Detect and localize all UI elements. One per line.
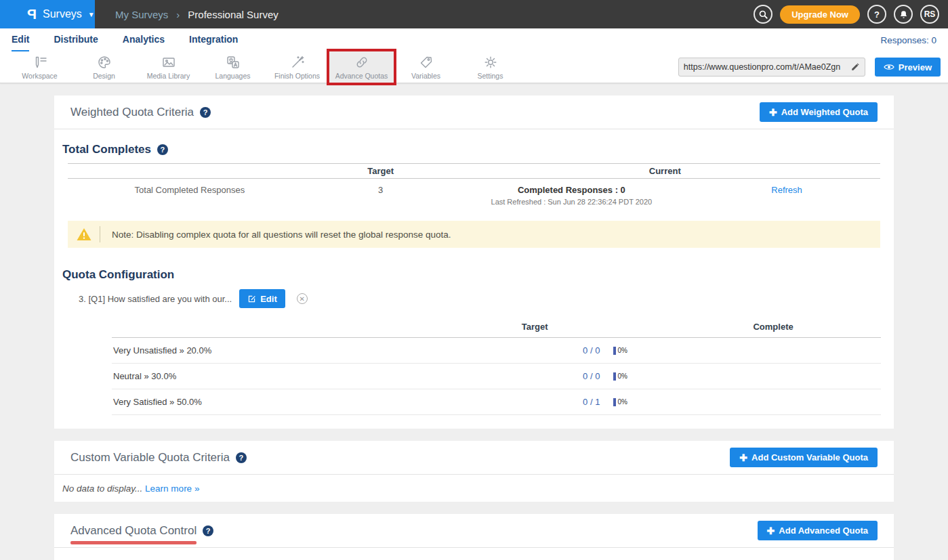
advanced-quota-control-title-text: Advanced Quota Control [70, 524, 197, 538]
help-icon[interactable]: ? [157, 144, 168, 155]
image-icon [161, 54, 177, 70]
toolbar-item-label: Variables [411, 72, 440, 80]
breadcrumb-separator-icon: › [176, 9, 180, 20]
help-icon[interactable]: ? [200, 107, 211, 118]
percent-value: 0% [617, 398, 627, 406]
toolbar-item-media-library[interactable]: Media Library [136, 51, 201, 83]
add-custom-variable-quota-label: Add Custom Variable Quota [751, 452, 868, 462]
toolbar-item-variables[interactable]: Variables [394, 51, 458, 83]
last-refreshed-timestamp: Last Refreshed : Sun Jun 28 22:36:24 PDT… [450, 198, 694, 206]
toolbar-item-label: Settings [478, 72, 503, 80]
toolbar-item-finish-options[interactable]: Finish Options [265, 51, 329, 83]
help-icon[interactable]: ? [236, 452, 247, 463]
bell-icon [899, 9, 909, 20]
questionpro-logo-icon: P [27, 6, 37, 22]
total-completes-table: Target Current Total Completed Responses… [68, 163, 880, 210]
percent-cell: 0% [604, 398, 665, 406]
percent-value: 0% [617, 372, 627, 380]
toolbar-item-settings[interactable]: Settings [458, 51, 522, 83]
edit-question-button[interactable]: Edit [239, 289, 285, 308]
avatar-initials: RS [924, 9, 936, 19]
chain-link-icon [354, 54, 370, 70]
note-text: Note: Disabling complex quota for all qu… [112, 230, 451, 240]
target-column-header: Target [312, 166, 450, 176]
search-icon [758, 9, 768, 20]
progress-bar [613, 347, 616, 355]
add-weighted-quota-label: Add Weighted Quota [781, 107, 868, 117]
total-completes-header-row: Target Current [68, 163, 880, 179]
toolbar-item-label: Advance Quotas [335, 72, 388, 80]
preview-button-label: Preview [899, 62, 932, 72]
toolbar-item-label: Workspace [22, 72, 57, 80]
refresh-link[interactable]: Refresh [771, 185, 802, 195]
help-button[interactable]: ? [867, 5, 886, 24]
survey-url-field-wrap [678, 58, 865, 77]
remove-quota-icon[interactable]: ✕ [297, 293, 308, 304]
quota-configuration-table: Target Complete Very Unsatisfied » 20.0%… [112, 318, 881, 415]
question-label: 3. [Q1] How satisfied are you with our..… [79, 294, 232, 304]
toolbar-item-label: Media Library [147, 72, 190, 80]
answer-option-label: Neutral » 30.0% [112, 371, 466, 381]
percent-cell: 0% [604, 372, 665, 381]
tab-distribute[interactable]: Distribute [54, 28, 98, 51]
quota-question-row: 3. [Q1] How satisfied are you with our..… [79, 289, 886, 308]
toolbar-item-languages[interactable]: Languages [201, 51, 265, 83]
primary-tabs: Edit Distribute Analytics Integration Re… [0, 28, 948, 51]
question-mark-icon: ? [874, 9, 880, 20]
tab-edit[interactable]: Edit [12, 28, 29, 51]
answer-option-label: Very Satisfied » 50.0% [112, 397, 466, 407]
edit-toolbar: Workspace Design Media Library Languages… [0, 51, 948, 83]
search-button[interactable] [754, 5, 772, 24]
workspace-icon [32, 54, 48, 70]
surveys-product-menu[interactable]: P Surveys ▼ [0, 0, 95, 28]
topbar: P Surveys ▼ My Surveys › Professional Su… [0, 0, 948, 28]
target-fraction: 0 / 1 [466, 397, 604, 407]
add-custom-variable-quota-button[interactable]: ✚ Add Custom Variable Quota [730, 448, 878, 467]
responses-count: Responses: 0 [880, 35, 936, 45]
target-fraction: 0 / 0 [466, 345, 604, 356]
progress-bar [613, 372, 616, 381]
total-completes-heading-text: Total Completes [62, 143, 151, 156]
plus-icon: ✚ [769, 107, 777, 118]
total-completes-row: Total Completed Responses 3 Completed Re… [68, 179, 880, 210]
advanced-quota-control-header: Advanced Quota Control ? ✚ Add Advanced … [54, 514, 894, 548]
tab-integration[interactable]: Integration [189, 28, 238, 51]
toolbar-item-label: Languages [215, 72, 251, 80]
survey-url-input[interactable] [684, 62, 850, 72]
progress-bar [613, 398, 616, 406]
target-column-header: Target [466, 322, 604, 332]
current-value-cell: Completed Responses : 0 Last Refreshed :… [450, 185, 694, 206]
translate-icon [225, 54, 241, 70]
help-icon[interactable]: ? [203, 525, 213, 536]
total-completes-heading: Total Completes ? [62, 143, 886, 156]
custom-variable-quota-card: Custom Variable Quota Criteria ? ✚ Add C… [54, 441, 894, 502]
quota-row-very-satisfied: Very Satisfied » 50.0% 0 / 1 0% [112, 389, 881, 415]
no-data-row: No data to display... Learn more » [54, 475, 894, 502]
tag-icon [418, 54, 434, 70]
current-column-header: Current [450, 166, 880, 176]
add-weighted-quota-button[interactable]: ✚ Add Weighted Quota [760, 102, 878, 122]
add-advanced-quota-button[interactable]: ✚ Add Advanced Quota [758, 521, 878, 540]
custom-variable-quota-title-text: Custom Variable Quota Criteria [70, 451, 230, 465]
learn-more-link[interactable]: Learn more » [145, 483, 199, 494]
annotation-red-underline [70, 541, 197, 544]
tab-analytics[interactable]: Analytics [123, 28, 165, 51]
toolbar-item-workspace[interactable]: Workspace [7, 51, 72, 83]
quota-configuration-heading: Quota Configuration [62, 268, 886, 282]
palette-icon [96, 54, 112, 70]
quota-row-neutral: Neutral » 30.0% 0 / 0 0% [112, 364, 881, 389]
weighted-quota-criteria-card: Weighted Quota Criteria ? ✚ Add Weighted… [54, 95, 894, 429]
upgrade-now-button[interactable]: Upgrade Now [780, 5, 860, 24]
edit-pencil-icon[interactable] [850, 62, 860, 72]
preview-button[interactable]: Preview [875, 58, 941, 77]
breadcrumb-my-surveys[interactable]: My Surveys [115, 9, 168, 20]
notifications-button[interactable] [894, 5, 913, 24]
plus-icon: ✚ [739, 452, 747, 463]
gear-icon [482, 54, 499, 70]
complete-column-header: Complete [665, 322, 881, 332]
avatar[interactable]: RS [920, 5, 939, 24]
toolbar-item-advance-quotas[interactable]: Advance Quotas [329, 51, 394, 83]
percent-value: 0% [617, 347, 627, 354]
advanced-quota-control-card: Advanced Quota Control ? ✚ Add Advanced … [54, 514, 894, 560]
toolbar-item-design[interactable]: Design [72, 51, 136, 83]
